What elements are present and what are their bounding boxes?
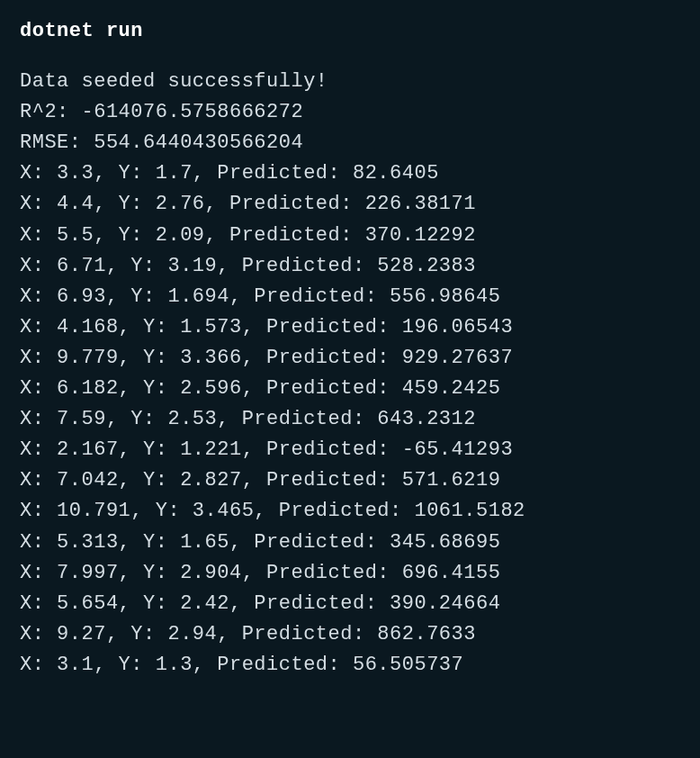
data-row: X: 7.59, Y: 2.53, Predicted: 643.2312 <box>20 404 680 435</box>
rmse-line: RMSE: 554.6440430566204 <box>20 128 680 158</box>
data-row: X: 7.997, Y: 2.904, Predicted: 696.4155 <box>20 558 680 589</box>
terminal-command: dotnet run <box>20 16 680 47</box>
data-row: X: 6.71, Y: 3.19, Predicted: 528.2383 <box>20 251 680 282</box>
data-row: X: 4.4, Y: 2.76, Predicted: 226.38171 <box>20 189 680 220</box>
r2-value: -614076.5758666272 <box>82 101 304 123</box>
data-row: X: 5.313, Y: 1.65, Predicted: 345.68695 <box>20 528 680 558</box>
rmse-value: 554.6440430566204 <box>94 131 303 154</box>
data-row: X: 10.791, Y: 3.465, Predicted: 1061.518… <box>20 496 680 527</box>
data-row: X: 4.168, Y: 1.573, Predicted: 196.06543 <box>20 312 680 343</box>
data-row: X: 6.93, Y: 1.694, Predicted: 556.98645 <box>20 282 680 312</box>
rmse-label: RMSE: <box>20 131 94 154</box>
data-row: X: 9.779, Y: 3.366, Predicted: 929.27637 <box>20 343 680 374</box>
r2-line: R^2: -614076.5758666272 <box>20 97 680 128</box>
data-row: X: 5.5, Y: 2.09, Predicted: 370.12292 <box>20 221 680 251</box>
seeded-message: Data seeded successfully! <box>20 67 680 97</box>
data-row: X: 2.167, Y: 1.221, Predicted: -65.41293 <box>20 435 680 465</box>
data-rows-container: X: 3.3, Y: 1.7, Predicted: 82.6405X: 4.4… <box>20 158 680 681</box>
data-row: X: 3.1, Y: 1.3, Predicted: 56.505737 <box>20 650 680 681</box>
data-row: X: 5.654, Y: 2.42, Predicted: 390.24664 <box>20 589 680 619</box>
r2-label: R^2: <box>20 101 82 123</box>
data-row: X: 6.182, Y: 2.596, Predicted: 459.2425 <box>20 374 680 404</box>
data-row: X: 7.042, Y: 2.827, Predicted: 571.6219 <box>20 465 680 496</box>
data-row: X: 3.3, Y: 1.7, Predicted: 82.6405 <box>20 158 680 189</box>
data-row: X: 9.27, Y: 2.94, Predicted: 862.7633 <box>20 619 680 650</box>
